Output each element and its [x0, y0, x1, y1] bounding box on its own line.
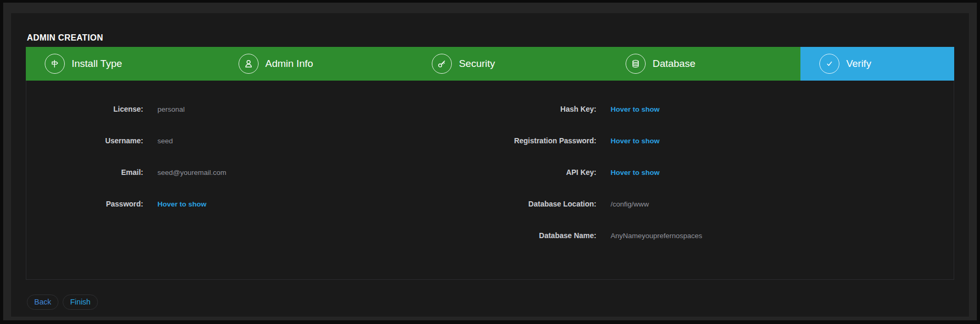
- page-background: ADMIN CREATION Install Type: [3, 3, 977, 320]
- registration-password-hover-to-show[interactable]: Hover to show: [597, 137, 954, 145]
- field-label: Password:: [26, 200, 143, 208]
- finish-button[interactable]: Finish: [63, 294, 98, 310]
- summary-left-column: License: personal Username: seed Email: …: [26, 93, 490, 279]
- api-key-hover-to-show[interactable]: Hover to show: [597, 169, 954, 176]
- page-title: ADMIN CREATION: [27, 33, 954, 43]
- summary-right-column: Hash Key: Hover to show Registration Pas…: [490, 93, 954, 279]
- field-email: Email: seed@youremail.com: [26, 156, 490, 188]
- screen: ADMIN CREATION Install Type: [0, 0, 980, 324]
- step-label: Database: [652, 58, 695, 70]
- field-value: AnyNameyouprefernospaces: [597, 232, 954, 240]
- field-password: Password: Hover to show: [26, 188, 490, 220]
- admin-creation-card: ADMIN CREATION Install Type: [11, 13, 969, 317]
- wizard-step-bar: Install Type Admin Info: [26, 47, 954, 81]
- field-database-name: Database Name: AnyNameyouprefernospaces: [490, 220, 954, 251]
- signpost-icon: [45, 54, 65, 74]
- field-label: Database Location:: [490, 200, 597, 208]
- field-value: /config/www: [597, 200, 954, 208]
- user-icon: [239, 54, 259, 74]
- step-security[interactable]: Security: [413, 47, 607, 81]
- field-label: License:: [26, 105, 143, 113]
- field-label: API Key:: [490, 168, 597, 176]
- field-label: Hash Key:: [490, 105, 597, 113]
- step-verify[interactable]: Verify: [800, 47, 954, 81]
- field-license: License: personal: [26, 93, 490, 125]
- step-label: Security: [459, 58, 495, 70]
- step-label: Admin Info: [265, 58, 313, 70]
- back-button[interactable]: Back: [27, 294, 58, 310]
- step-database[interactable]: Database: [607, 47, 800, 81]
- database-icon: [626, 54, 646, 74]
- step-install-type[interactable]: Install Type: [26, 47, 220, 81]
- field-label: Registration Password:: [490, 136, 597, 145]
- field-registration-password: Registration Password: Hover to show: [490, 125, 954, 156]
- key-icon: [432, 54, 452, 74]
- field-value: seed@youremail.com: [143, 169, 490, 176]
- field-api-key: API Key: Hover to show: [490, 156, 954, 188]
- field-label: Database Name:: [490, 231, 597, 240]
- field-value: personal: [143, 105, 490, 113]
- step-admin-info[interactable]: Admin Info: [220, 47, 413, 81]
- step-label: Install Type: [72, 58, 122, 70]
- step-label: Verify: [846, 58, 872, 70]
- field-label: Email:: [26, 168, 143, 176]
- verify-summary-panel: License: personal Username: seed Email: …: [26, 81, 954, 280]
- hash-key-hover-to-show[interactable]: Hover to show: [597, 105, 954, 113]
- field-hash-key: Hash Key: Hover to show: [490, 93, 954, 125]
- wizard-footer: Back Finish: [27, 294, 954, 310]
- field-username: Username: seed: [26, 125, 490, 156]
- field-label: Username:: [26, 136, 143, 145]
- field-database-location: Database Location: /config/www: [490, 188, 954, 220]
- check-icon: [819, 54, 839, 74]
- field-value: seed: [143, 137, 490, 145]
- password-hover-to-show[interactable]: Hover to show: [143, 200, 490, 208]
